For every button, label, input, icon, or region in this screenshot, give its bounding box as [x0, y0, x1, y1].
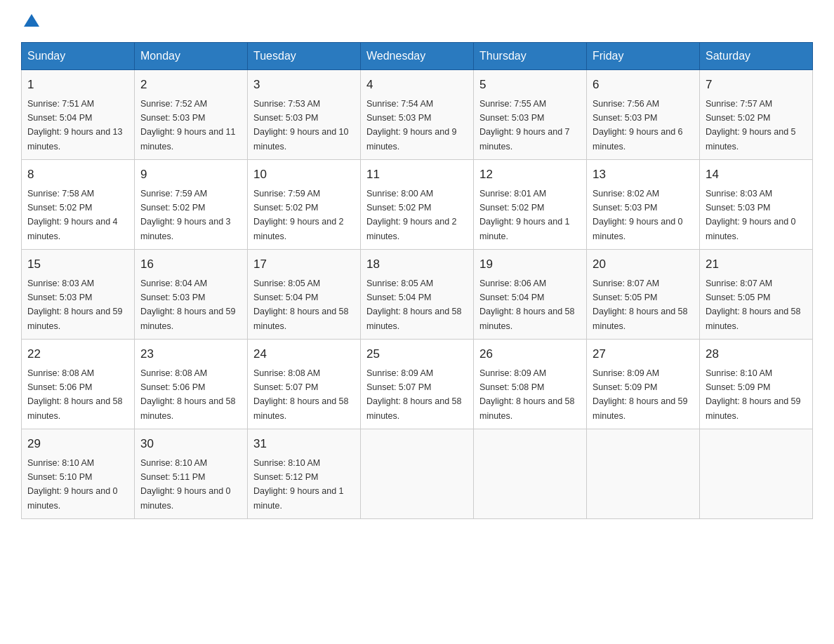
calendar-cell: 8 Sunrise: 7:58 AMSunset: 5:02 PMDayligh…: [22, 160, 135, 250]
calendar-cell: 5 Sunrise: 7:55 AMSunset: 5:03 PMDayligh…: [474, 70, 587, 160]
calendar-cell: 9 Sunrise: 7:59 AMSunset: 5:02 PMDayligh…: [135, 160, 248, 250]
day-info: Sunrise: 8:04 AMSunset: 5:03 PMDaylight:…: [140, 279, 236, 331]
day-number: 3: [253, 76, 355, 94]
logo-triangle-icon: [24, 14, 39, 27]
day-number: 19: [479, 255, 581, 274]
day-number: 28: [706, 345, 807, 363]
day-info: Sunrise: 7:54 AMSunset: 5:03 PMDaylight:…: [366, 99, 457, 152]
day-info: Sunrise: 7:51 AMSunset: 5:04 PMDaylight:…: [27, 99, 123, 152]
calendar-cell: 21 Sunrise: 8:07 AMSunset: 5:05 PMDaylig…: [700, 250, 813, 340]
day-header-thursday: Thursday: [474, 43, 587, 70]
day-header-monday: Monday: [135, 43, 248, 70]
day-header-tuesday: Tuesday: [248, 43, 361, 70]
calendar-cell: 17 Sunrise: 8:05 AMSunset: 5:04 PMDaylig…: [248, 250, 361, 340]
calendar-table: SundayMondayTuesdayWednesdayThursdayFrid…: [21, 42, 813, 519]
calendar-cell: 24 Sunrise: 8:08 AMSunset: 5:07 PMDaylig…: [248, 340, 361, 429]
day-number: 14: [706, 166, 807, 184]
day-header-sunday: Sunday: [22, 43, 135, 70]
day-number: 23: [140, 345, 241, 363]
day-info: Sunrise: 8:03 AMSunset: 5:03 PMDaylight:…: [27, 279, 123, 331]
day-info: Sunrise: 8:05 AMSunset: 5:04 PMDaylight:…: [366, 279, 462, 331]
calendar-cell: 26 Sunrise: 8:09 AMSunset: 5:08 PMDaylig…: [474, 340, 587, 429]
calendar-cell: [361, 429, 474, 519]
day-number: 9: [140, 166, 241, 184]
day-info: Sunrise: 8:03 AMSunset: 5:03 PMDaylight:…: [706, 189, 796, 241]
day-header-saturday: Saturday: [700, 43, 813, 70]
day-info: Sunrise: 7:59 AMSunset: 5:02 PMDaylight:…: [253, 189, 344, 241]
calendar-cell: 13 Sunrise: 8:02 AMSunset: 5:03 PMDaylig…: [587, 160, 700, 250]
calendar-cell: 23 Sunrise: 8:08 AMSunset: 5:06 PMDaylig…: [135, 340, 248, 429]
day-number: 21: [706, 255, 807, 274]
header-row: SundayMondayTuesdayWednesdayThursdayFrid…: [22, 43, 813, 70]
day-info: Sunrise: 8:10 AMSunset: 5:11 PMDaylight:…: [140, 458, 231, 511]
day-number: 10: [253, 166, 355, 184]
day-number: 6: [593, 76, 694, 94]
day-number: 27: [593, 345, 694, 363]
calendar-cell: 18 Sunrise: 8:05 AMSunset: 5:04 PMDaylig…: [361, 250, 474, 340]
calendar-cell: 11 Sunrise: 8:00 AMSunset: 5:02 PMDaylig…: [361, 160, 474, 250]
calendar-cell: 22 Sunrise: 8:08 AMSunset: 5:06 PMDaylig…: [22, 340, 135, 429]
day-info: Sunrise: 8:00 AMSunset: 5:02 PMDaylight:…: [366, 189, 457, 241]
day-info: Sunrise: 8:10 AMSunset: 5:09 PMDaylight:…: [706, 368, 801, 421]
day-info: Sunrise: 8:10 AMSunset: 5:12 PMDaylight:…: [253, 458, 344, 511]
calendar-cell: 29 Sunrise: 8:10 AMSunset: 5:10 PMDaylig…: [22, 429, 135, 519]
day-info: Sunrise: 8:10 AMSunset: 5:10 PMDaylight:…: [27, 458, 118, 511]
week-row-5: 29 Sunrise: 8:10 AMSunset: 5:10 PMDaylig…: [22, 429, 813, 519]
day-header-friday: Friday: [587, 43, 700, 70]
week-row-2: 8 Sunrise: 7:58 AMSunset: 5:02 PMDayligh…: [22, 160, 813, 250]
page-header: [21, 14, 813, 28]
day-number: 1: [27, 76, 128, 94]
calendar-cell: 6 Sunrise: 7:56 AMSunset: 5:03 PMDayligh…: [587, 70, 700, 160]
calendar-cell: [700, 429, 813, 519]
day-number: 29: [27, 435, 128, 453]
day-info: Sunrise: 8:05 AMSunset: 5:04 PMDaylight:…: [253, 279, 349, 331]
day-number: 24: [253, 345, 355, 363]
calendar-cell: 19 Sunrise: 8:06 AMSunset: 5:04 PMDaylig…: [474, 250, 587, 340]
calendar-cell: 3 Sunrise: 7:53 AMSunset: 5:03 PMDayligh…: [248, 70, 361, 160]
day-number: 4: [366, 76, 468, 94]
calendar-cell: 31 Sunrise: 8:10 AMSunset: 5:12 PMDaylig…: [248, 429, 361, 519]
day-info: Sunrise: 7:56 AMSunset: 5:03 PMDaylight:…: [593, 99, 683, 152]
day-number: 26: [479, 345, 581, 363]
calendar-cell: [587, 429, 700, 519]
day-number: 30: [140, 435, 241, 453]
day-info: Sunrise: 8:09 AMSunset: 5:09 PMDaylight:…: [593, 368, 688, 421]
calendar-cell: 20 Sunrise: 8:07 AMSunset: 5:05 PMDaylig…: [587, 250, 700, 340]
logo: [21, 14, 39, 28]
calendar-cell: 7 Sunrise: 7:57 AMSunset: 5:02 PMDayligh…: [700, 70, 813, 160]
day-info: Sunrise: 7:55 AMSunset: 5:03 PMDaylight:…: [479, 99, 570, 152]
calendar-cell: 28 Sunrise: 8:10 AMSunset: 5:09 PMDaylig…: [700, 340, 813, 429]
day-info: Sunrise: 8:07 AMSunset: 5:05 PMDaylight:…: [706, 279, 801, 331]
day-info: Sunrise: 8:09 AMSunset: 5:07 PMDaylight:…: [366, 368, 462, 421]
day-number: 11: [366, 166, 468, 184]
day-info: Sunrise: 7:59 AMSunset: 5:02 PMDaylight:…: [140, 189, 231, 241]
day-number: 15: [27, 255, 128, 274]
day-number: 8: [27, 166, 128, 184]
day-info: Sunrise: 8:02 AMSunset: 5:03 PMDaylight:…: [593, 189, 683, 241]
day-number: 25: [366, 345, 468, 363]
day-info: Sunrise: 8:08 AMSunset: 5:06 PMDaylight:…: [27, 368, 123, 421]
day-number: 12: [479, 166, 581, 184]
calendar-cell: 1 Sunrise: 7:51 AMSunset: 5:04 PMDayligh…: [22, 70, 135, 160]
day-number: 20: [593, 255, 694, 274]
calendar-cell: 12 Sunrise: 8:01 AMSunset: 5:02 PMDaylig…: [474, 160, 587, 250]
calendar-cell: 27 Sunrise: 8:09 AMSunset: 5:09 PMDaylig…: [587, 340, 700, 429]
calendar-cell: [474, 429, 587, 519]
calendar-cell: 16 Sunrise: 8:04 AMSunset: 5:03 PMDaylig…: [135, 250, 248, 340]
calendar-cell: 25 Sunrise: 8:09 AMSunset: 5:07 PMDaylig…: [361, 340, 474, 429]
day-info: Sunrise: 8:01 AMSunset: 5:02 PMDaylight:…: [479, 189, 570, 241]
calendar-cell: 2 Sunrise: 7:52 AMSunset: 5:03 PMDayligh…: [135, 70, 248, 160]
day-number: 7: [706, 76, 807, 94]
calendar-cell: 15 Sunrise: 8:03 AMSunset: 5:03 PMDaylig…: [22, 250, 135, 340]
day-info: Sunrise: 8:08 AMSunset: 5:06 PMDaylight:…: [140, 368, 236, 421]
day-info: Sunrise: 7:57 AMSunset: 5:02 PMDaylight:…: [706, 99, 796, 152]
day-info: Sunrise: 8:08 AMSunset: 5:07 PMDaylight:…: [253, 368, 349, 421]
day-info: Sunrise: 8:09 AMSunset: 5:08 PMDaylight:…: [479, 368, 575, 421]
day-header-wednesday: Wednesday: [361, 43, 474, 70]
week-row-3: 15 Sunrise: 8:03 AMSunset: 5:03 PMDaylig…: [22, 250, 813, 340]
day-number: 22: [27, 345, 128, 363]
calendar-cell: 4 Sunrise: 7:54 AMSunset: 5:03 PMDayligh…: [361, 70, 474, 160]
day-info: Sunrise: 7:58 AMSunset: 5:02 PMDaylight:…: [27, 189, 118, 241]
calendar-cell: 10 Sunrise: 7:59 AMSunset: 5:02 PMDaylig…: [248, 160, 361, 250]
day-info: Sunrise: 7:53 AMSunset: 5:03 PMDaylight:…: [253, 99, 349, 152]
